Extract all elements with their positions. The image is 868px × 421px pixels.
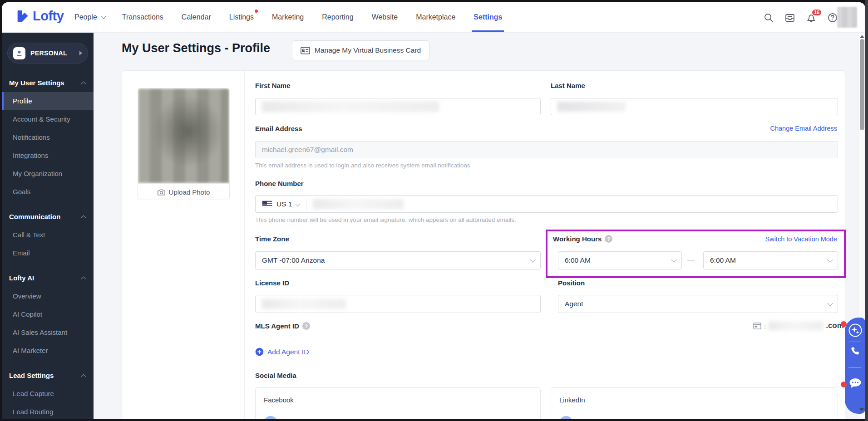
- mls-source-row: : .com: [753, 321, 844, 330]
- chevron-up-icon: [81, 81, 86, 86]
- lofty-logo[interactable]: Lofty: [15, 9, 64, 24]
- sidebar-item-ai-sales-assistant[interactable]: AI Sales Assistant: [2, 323, 94, 342]
- sidebar-item-ai-copilot[interactable]: AI Copilot: [2, 305, 94, 323]
- notifications-bell-icon[interactable]: 16: [806, 12, 817, 23]
- section-lofty-ai[interactable]: Lofty AI: [9, 274, 86, 282]
- account-switcher-personal[interactable]: PERSONAL: [7, 43, 88, 64]
- browser-edge: [865, 0, 868, 421]
- pill-divider: [848, 367, 861, 368]
- add-agent-id-link[interactable]: Add Agent ID: [255, 348, 309, 356]
- section-lead-settings[interactable]: Lead Settings: [9, 372, 86, 379]
- inbox-icon[interactable]: [784, 12, 795, 23]
- pill-divider: [848, 342, 861, 342]
- working-hours-end-select[interactable]: 6:00 AM: [703, 251, 838, 269]
- person-icon: [13, 47, 25, 59]
- scrollbar-thumb[interactable]: [860, 39, 864, 130]
- profile-form-card: Upload Photo First Name Last Name Email …: [122, 70, 845, 419]
- social-media-label: Social Media: [255, 372, 296, 379]
- notification-badge: 16: [811, 9, 822, 16]
- nav-listings[interactable]: Listings: [229, 2, 254, 32]
- phone-country-code[interactable]: US 1: [276, 200, 292, 208]
- profile-photo-redacted: [138, 88, 229, 183]
- business-card-icon: [301, 47, 310, 54]
- sidebar-item-notifications[interactable]: Notifications: [2, 128, 94, 147]
- position-select[interactable]: Agent: [558, 295, 838, 313]
- email-label: Email Address: [255, 125, 302, 132]
- sidebar-item-call-text[interactable]: Call & Text: [2, 226, 94, 244]
- pill-notification-dot: [841, 382, 847, 387]
- sidebar-item-account-security[interactable]: Account & Security: [2, 110, 94, 128]
- last-name-input[interactable]: [551, 98, 838, 115]
- phone-input[interactable]: US 1: [255, 195, 838, 213]
- first-name-input[interactable]: [255, 98, 541, 115]
- chevron-down-icon: [296, 201, 301, 206]
- profile-photo-box: Upload Photo: [138, 88, 230, 200]
- scrollbar-down-arrow[interactable]: [859, 408, 864, 411]
- email-input[interactable]: michael.green67@gmail.com: [255, 141, 838, 158]
- active-tab-underline: [472, 30, 504, 32]
- chevron-right-icon: [79, 51, 82, 55]
- sidebar-item-goals[interactable]: Goals: [2, 183, 94, 201]
- linkedin-icon: [559, 416, 573, 419]
- main-nav: People Transactions Calendar Listings Ma…: [74, 2, 502, 32]
- nav-people[interactable]: People: [74, 2, 104, 32]
- nav-reporting[interactable]: Reporting: [322, 2, 353, 32]
- account-switcher-label: PERSONAL: [30, 49, 79, 57]
- settings-sidebar: PERSONAL My User Settings Profile Accoun…: [2, 33, 94, 419]
- upload-photo-button[interactable]: Upload Photo: [138, 183, 229, 200]
- social-card-facebook[interactable]: Facebook: [255, 387, 541, 419]
- sidebar-item-lead-capture[interactable]: Lead Capture: [2, 385, 94, 403]
- nav-marketplace[interactable]: Marketplace: [416, 2, 455, 32]
- help-question-icon[interactable]: ?: [302, 322, 310, 330]
- scrollbar-up-arrow[interactable]: [860, 35, 864, 38]
- social-card-linkedin[interactable]: LinkedIn: [551, 387, 838, 419]
- sidebar-item-lead-routing[interactable]: Lead Routing: [2, 403, 94, 419]
- sidebar-item-email[interactable]: Email: [2, 244, 94, 262]
- us-flag-icon: [262, 201, 272, 207]
- change-email-link[interactable]: Change Email Address: [770, 125, 838, 132]
- redacted-first-name: [262, 101, 439, 112]
- nav-calendar[interactable]: Calendar: [182, 2, 211, 32]
- user-avatar[interactable]: [837, 7, 857, 28]
- time-zone-label: Time Zone: [255, 235, 289, 243]
- position-label: Position: [558, 279, 585, 287]
- nav-settings[interactable]: Settings: [473, 2, 502, 32]
- working-hours-label: Working Hours ?: [553, 235, 612, 243]
- license-id-input[interactable]: [255, 295, 541, 313]
- sidebar-item-overview[interactable]: Overview: [2, 287, 94, 305]
- nav-website[interactable]: Website: [372, 2, 398, 32]
- camera-icon: [158, 189, 165, 196]
- sidebar-item-integrations[interactable]: Integrations: [2, 147, 94, 165]
- help-question-icon[interactable]: ?: [605, 235, 612, 243]
- section-my-user-settings[interactable]: My User Settings: [9, 79, 86, 87]
- mls-colon: :: [764, 322, 766, 330]
- ai-assistant-icon[interactable]: [848, 323, 863, 339]
- manage-virtual-business-card-button[interactable]: Manage My Virtual Business Card: [292, 40, 429, 60]
- range-dash: —: [687, 256, 695, 264]
- input-divider: [306, 199, 306, 210]
- lofty-logo-icon: [15, 10, 29, 23]
- chat-bubble-icon[interactable]: [849, 378, 862, 391]
- sidebar-item-profile[interactable]: Profile: [2, 92, 94, 110]
- floating-action-pill: [845, 318, 865, 414]
- mls-agent-id-label: MLS Agent ID ?: [255, 322, 310, 330]
- search-icon[interactable]: [763, 12, 774, 23]
- sidebar-item-my-organization[interactable]: My Organization: [2, 165, 94, 183]
- section-communication[interactable]: Communication: [9, 213, 86, 220]
- redacted-phone-number: [313, 199, 404, 209]
- nav-marketing[interactable]: Marketing: [272, 2, 304, 32]
- switch-vacation-mode-link[interactable]: Switch to Vacation Mode: [765, 235, 837, 243]
- phone-call-icon[interactable]: [849, 346, 861, 359]
- redacted-last-name: [557, 102, 626, 112]
- time-zone-select[interactable]: GMT -07:00 Arizona: [255, 251, 541, 269]
- redacted-license-id: [262, 299, 346, 309]
- help-icon[interactable]: [827, 12, 838, 23]
- sidebar-item-ai-marketer[interactable]: AI Marketer: [2, 342, 94, 360]
- listings-notification-dot: [255, 10, 258, 13]
- chevron-down-icon: [671, 257, 677, 263]
- working-hours-start-select[interactable]: 6:00 AM: [558, 251, 682, 269]
- redacted-mls-site: [769, 321, 823, 330]
- phone-helper-text: This phone number will be used in your e…: [255, 216, 516, 223]
- chevron-up-icon: [81, 215, 86, 220]
- nav-transactions[interactable]: Transactions: [122, 2, 163, 32]
